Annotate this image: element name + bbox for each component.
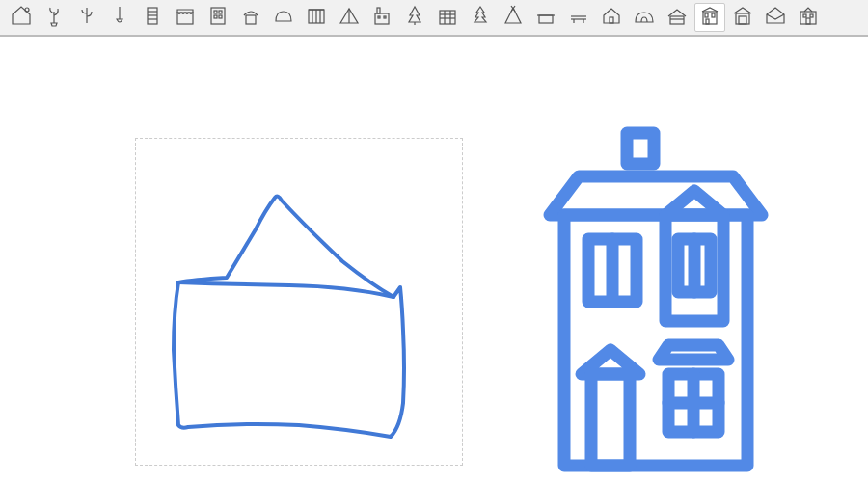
svg-rect-21 — [384, 16, 386, 18]
gate-icon — [305, 4, 328, 31]
tool-building-tall[interactable] — [137, 3, 168, 32]
user-sketch-drawing[interactable] — [135, 138, 463, 466]
svg-rect-42 — [706, 19, 709, 24]
bench-icon — [567, 4, 590, 31]
tool-house-mail[interactable] — [760, 3, 791, 32]
tool-cactus[interactable] — [71, 3, 102, 32]
tool-tree-pine[interactable] — [399, 3, 430, 32]
tool-christmas-tree[interactable] — [465, 3, 496, 32]
svg-rect-23 — [440, 11, 455, 24]
tool-cabin[interactable] — [662, 3, 692, 32]
tool-house-basic[interactable] — [6, 3, 37, 32]
tool-roof-flat[interactable] — [530, 3, 561, 32]
svg-rect-49 — [627, 133, 654, 164]
svg-rect-11 — [246, 15, 256, 24]
svg-rect-9 — [214, 15, 217, 18]
garage-icon — [731, 4, 754, 31]
tool-plant[interactable] — [39, 3, 69, 32]
tool-igloo[interactable] — [629, 3, 660, 32]
tool-office[interactable] — [432, 3, 463, 32]
svg-rect-46 — [803, 14, 806, 17]
teepee-icon — [502, 4, 525, 31]
svg-rect-7 — [214, 11, 217, 13]
school-icon — [797, 4, 820, 31]
svg-rect-30 — [539, 15, 553, 23]
roof-flat-icon — [534, 4, 557, 31]
svg-rect-10 — [219, 15, 222, 18]
canvas-area — [0, 37, 868, 482]
svg-rect-56 — [591, 374, 630, 466]
svg-rect-43 — [736, 13, 749, 24]
result-townhouse-icon — [535, 119, 776, 482]
tool-teepee[interactable] — [498, 3, 529, 32]
tool-townhouse[interactable] — [694, 3, 725, 32]
svg-rect-20 — [378, 16, 380, 18]
svg-rect-37 — [670, 16, 684, 24]
plant-icon — [42, 4, 66, 31]
tool-gate[interactable] — [301, 3, 332, 32]
svg-rect-8 — [219, 11, 222, 13]
tool-tent[interactable] — [334, 3, 365, 32]
dome-icon — [272, 4, 295, 31]
svg-rect-6 — [211, 8, 225, 24]
tool-dome[interactable] — [268, 3, 299, 32]
tent-icon — [338, 4, 361, 31]
tree-pine-icon — [403, 4, 426, 31]
svg-point-0 — [25, 8, 29, 12]
house-basic-icon — [10, 4, 33, 31]
cactus-icon — [75, 4, 98, 31]
igloo-icon — [633, 4, 656, 31]
tool-shovel[interactable] — [104, 3, 135, 32]
house-mail-icon — [764, 4, 787, 31]
tool-cottage[interactable] — [596, 3, 627, 32]
cottage-icon — [600, 4, 623, 31]
hut-icon — [239, 4, 262, 31]
cabin-icon — [665, 4, 689, 31]
tool-apartment[interactable] — [203, 3, 233, 32]
svg-rect-44 — [739, 16, 746, 24]
svg-rect-48 — [806, 18, 810, 24]
storefront-icon — [174, 4, 197, 31]
office-icon — [436, 4, 459, 31]
townhouse-icon — [698, 4, 721, 31]
icon-toolbar — [0, 0, 868, 37]
apartment-icon — [206, 4, 230, 31]
tool-school[interactable] — [793, 3, 824, 32]
christmas-tree-icon — [469, 4, 492, 31]
svg-rect-18 — [375, 13, 389, 24]
tool-hut[interactable] — [235, 3, 266, 32]
shovel-icon — [108, 4, 131, 31]
svg-rect-41 — [712, 13, 715, 17]
svg-rect-40 — [705, 13, 708, 17]
tool-garage[interactable] — [727, 3, 758, 32]
factory-icon — [370, 4, 393, 31]
svg-rect-47 — [810, 14, 813, 17]
building-tall-icon — [141, 4, 164, 31]
svg-rect-36 — [610, 17, 613, 23]
tool-factory[interactable] — [366, 3, 397, 32]
tool-bench[interactable] — [563, 3, 594, 32]
tool-storefront[interactable] — [170, 3, 201, 32]
svg-rect-19 — [377, 8, 380, 13]
